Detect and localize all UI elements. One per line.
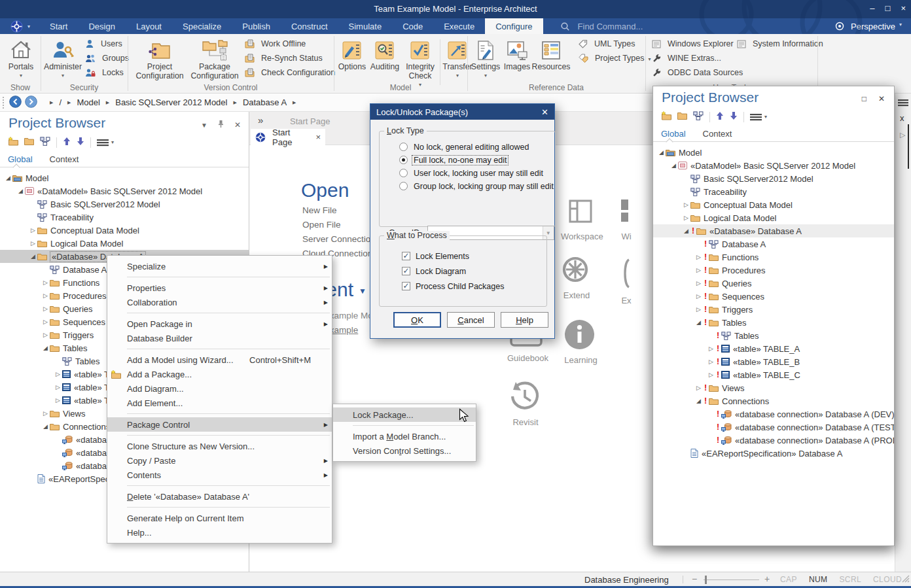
options-button[interactable]: Options <box>337 36 367 72</box>
tree-item[interactable]: !Database A <box>653 237 894 251</box>
radio-button[interactable] <box>399 182 408 190</box>
check-configuration-button[interactable]: Check Configuration <box>245 66 335 79</box>
zoom-slider-thumb[interactable] <box>705 576 707 584</box>
collapse-arrow-icon[interactable]: ◢ <box>694 319 703 326</box>
start-link-open-file[interactable]: Open File <box>302 220 376 230</box>
ribbon-tab-specialize[interactable]: Specialize <box>172 18 232 34</box>
expand-arrow-icon[interactable]: ▷ <box>41 410 50 417</box>
breadcrumb-segment[interactable]: Basic SQLServer 2012 Model <box>115 97 227 107</box>
hamburger-menu-button[interactable]: ▾ <box>750 113 767 121</box>
tree-item[interactable]: !«database connection» Database A (DEV) <box>653 407 894 421</box>
tree-item[interactable]: ◢«DataModel» Basic SQLServer 2012 Model <box>653 159 894 172</box>
find-command-box[interactable]: Find Command... <box>560 18 643 34</box>
tree-item[interactable]: ▷!Sequences <box>653 290 894 303</box>
collapse-arrow-icon[interactable]: ◢ <box>16 188 25 194</box>
radio-button[interactable] <box>399 156 408 164</box>
tree-item[interactable]: ▷!Queries <box>653 277 894 290</box>
project-configuration-button[interactable]: Project Configuration <box>132 36 187 81</box>
menu-item[interactable]: Package Control▶ <box>107 417 332 432</box>
tree-item[interactable]: ▷!«table» TABLE_B <box>653 355 894 368</box>
start-link-new-file[interactable]: New File <box>302 205 376 215</box>
tree-item[interactable]: Basic SQLServer2012 Model <box>0 198 249 211</box>
folder-button[interactable] <box>677 112 687 122</box>
tree-item[interactable]: Traceability <box>653 185 894 198</box>
tree-item[interactable]: !Tables <box>653 329 894 342</box>
menu-item[interactable]: Clone Structure as New Version... <box>107 439 332 453</box>
close-button[interactable]: × <box>901 3 906 13</box>
chevron-down-icon[interactable]: ▼ <box>201 122 207 129</box>
expand-arrow-icon[interactable]: ▷ <box>694 254 703 260</box>
radio-row[interactable]: No lock, general editing allowed <box>399 141 555 152</box>
start-tile-wi[interactable]: Wi <box>620 196 633 241</box>
tree-item[interactable]: ◢!«Database» Database A <box>653 224 894 237</box>
tree-item[interactable]: ▷!Triggers <box>653 303 894 316</box>
transfer-button[interactable]: Transfer ▾ <box>442 36 473 78</box>
collapse-arrow-icon[interactable]: ◢ <box>657 149 666 156</box>
locks-button[interactable]: Locks <box>85 66 124 79</box>
tree-item[interactable]: ▷!Procedures <box>653 264 894 277</box>
breadcrumb-segment[interactable]: / <box>59 97 62 107</box>
expand-arrow-icon[interactable]: ▷ <box>694 280 703 286</box>
expand-arrow-icon[interactable]: ▷ <box>41 292 50 299</box>
radio-button[interactable] <box>399 169 408 177</box>
radio-row[interactable]: Group lock, locking group may still edit <box>399 181 555 192</box>
menu-item[interactable]: Collaboration▶ <box>107 295 332 309</box>
new-diagram-button[interactable] <box>40 137 50 148</box>
hamburger-menu-icon[interactable] <box>898 99 908 109</box>
menu-item[interactable]: Version Control Settings... <box>333 443 476 458</box>
expand-arrow-icon[interactable]: ▷ <box>900 131 905 139</box>
expand-arrow-icon[interactable]: ▷ <box>54 371 62 377</box>
tree-item[interactable]: ◢!Tables <box>653 316 894 329</box>
ribbon-tab-code[interactable]: Code <box>392 18 433 34</box>
tab-global[interactable]: Global <box>661 129 686 141</box>
expand-arrow-icon[interactable]: ▷ <box>29 227 37 233</box>
start-tile-workspace[interactable]: Workspace <box>561 196 603 241</box>
move-down-button[interactable] <box>77 137 84 148</box>
expand-arrow-icon[interactable]: ▷ <box>707 358 715 365</box>
help-button[interactable]: Help <box>501 312 548 328</box>
package-configuration-button[interactable]: Package Configuration <box>187 36 242 81</box>
project-types-button[interactable]: Project Types ▾ <box>579 52 651 65</box>
tree-item[interactable]: «EAReportSpecification» Database A <box>653 447 894 460</box>
menu-item[interactable]: Add a Model using Wizard...Control+Shift… <box>107 353 332 367</box>
start-link-server-connection[interactable]: Server Connection <box>302 234 376 244</box>
hamburger-menu-button[interactable]: ▾ <box>97 139 114 147</box>
expand-arrow-icon[interactable]: ▷ <box>707 345 715 352</box>
tree-item[interactable]: !«database connection» Database A (TEST) <box>653 421 894 434</box>
tree-item[interactable]: ▷!Functions <box>653 251 894 264</box>
expand-arrow-icon[interactable]: ▷ <box>41 319 50 325</box>
radio-button[interactable] <box>399 143 408 151</box>
radio-row[interactable]: User lock, locking user may still edit <box>399 167 555 179</box>
collapse-arrow-icon[interactable]: ◢ <box>41 423 50 430</box>
collapse-arrow-icon[interactable]: ◢ <box>4 175 12 181</box>
checkbox-row[interactable]: ✓Lock Elements <box>402 251 546 262</box>
zoom-slider[interactable] <box>704 579 759 580</box>
app-logo-button[interactable]: ▾ <box>0 18 39 34</box>
maximize-icon[interactable]: □ <box>862 94 866 103</box>
menu-item[interactable]: Contents▶ <box>107 468 332 482</box>
dialog-titlebar[interactable]: Lock/Unlock Package(s) ✕ <box>370 104 554 120</box>
tree-item[interactable]: ▷Conceptual Data Model <box>0 224 249 237</box>
close-icon[interactable]: ✕ <box>234 120 241 130</box>
maximize-button[interactable]: □ <box>885 3 891 13</box>
portals-button[interactable]: Portals ▾ <box>4 36 38 78</box>
cancel-button[interactable]: Cancel <box>447 312 495 328</box>
checkbox-row[interactable]: ✓Process Child Packages <box>402 281 546 292</box>
perspective-button[interactable]: Perspective ▾ <box>835 18 902 34</box>
menu-item[interactable]: Specialize▶ <box>107 259 332 273</box>
tree-item[interactable]: ▷Logical Data Model <box>653 211 894 224</box>
menu-item[interactable]: Open Package in▶ <box>107 317 332 331</box>
collapse-arrow-icon[interactable]: ◢ <box>670 162 678 169</box>
auditing-button[interactable]: Auditing <box>368 36 401 72</box>
checkbox[interactable]: ✓ <box>402 267 410 275</box>
close-tab-icon[interactable]: × <box>315 132 321 142</box>
expand-arrow-icon[interactable]: ▷ <box>694 293 703 300</box>
collapse-arrow-icon[interactable]: ◢ <box>694 398 703 404</box>
menu-item[interactable]: Properties▶ <box>107 281 332 295</box>
folder-button[interactable] <box>24 137 34 147</box>
collapse-arrow-icon[interactable]: ◢ <box>29 253 37 260</box>
expand-arrow-icon[interactable]: ▷ <box>41 279 50 286</box>
tree-item[interactable]: ▷!«table» TABLE_C <box>653 368 894 381</box>
breadcrumb-segment[interactable]: Model <box>77 97 99 107</box>
expand-arrow-icon[interactable]: ▷ <box>694 385 703 391</box>
